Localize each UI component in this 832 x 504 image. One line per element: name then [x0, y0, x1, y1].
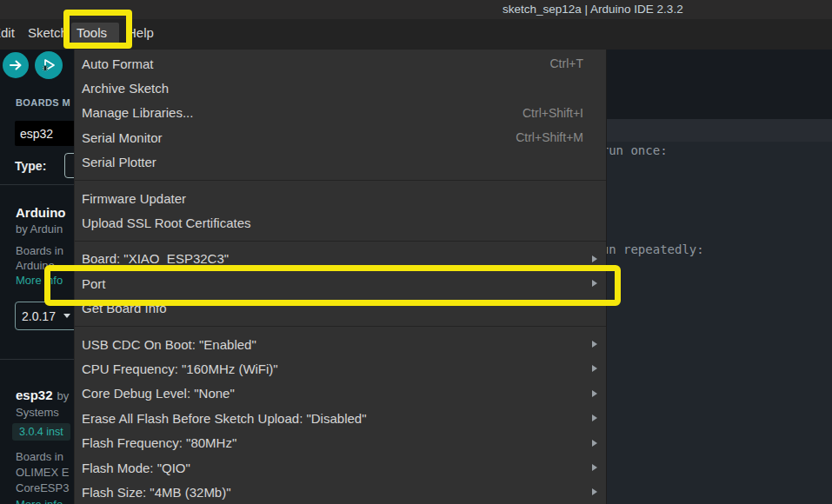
- submenu-arrow-icon: [592, 255, 597, 262]
- menu-separator: [75, 241, 606, 242]
- menu-item-flash-mode[interactable]: Flash Mode: "QIO": [75, 455, 606, 480]
- version-select-value: 2.0.17: [22, 309, 56, 323]
- menu-item-serial-monitor[interactable]: Serial Monitor Ctrl+Shift+M: [75, 125, 606, 149]
- boards-manager-header: BOARDS M: [16, 97, 70, 108]
- editor-current-line-band: [607, 119, 832, 142]
- submenu-arrow-icon: [592, 488, 597, 495]
- submenu-arrow-icon: [592, 341, 597, 348]
- package-description-line: OLIMEX E: [16, 466, 69, 479]
- arduino-ide-window: sketch_sep12a | Arduino IDE 2.3.2 Edit S…: [0, 0, 832, 504]
- menu-item-upload-ssl-certificates[interactable]: Upload SSL Root Certificates: [75, 210, 606, 235]
- annotation-box-tools: [63, 10, 132, 49]
- shortcut-label: Ctrl+T: [550, 56, 584, 70]
- type-filter-label: Type:: [15, 159, 46, 173]
- menu-separator: [75, 180, 606, 181]
- submenu-arrow-icon: [592, 365, 597, 372]
- shortcut-label: Ctrl+Shift+I: [522, 106, 583, 120]
- package-author: by Arduin: [16, 222, 63, 235]
- menu-item-auto-format[interactable]: Auto Format Ctrl+T: [75, 51, 606, 76]
- menubar-item-edit[interactable]: Edit: [0, 25, 15, 40]
- menu-item-archive-sketch[interactable]: Archive Sketch: [75, 76, 606, 100]
- submenu-arrow-icon: [592, 390, 597, 397]
- menu-item-flash-frequency[interactable]: Flash Frequency: "80MHz": [75, 430, 606, 454]
- menu-item-erase-all-flash[interactable]: Erase All Flash Before Sketch Upload: "D…: [75, 406, 606, 430]
- package-title: esp32by: [16, 388, 69, 402]
- menu-separator: [75, 326, 606, 327]
- upload-button[interactable]: [3, 52, 29, 78]
- menu-item-core-debug-level[interactable]: Core Debug Level: "None": [75, 381, 606, 406]
- package-author-line: Systems: [16, 406, 59, 419]
- package-description-line: Boards in: [16, 450, 63, 463]
- window-title: sketch_sep12a | Arduino IDE 2.3.2: [503, 3, 683, 16]
- submenu-arrow-icon: [592, 414, 597, 421]
- editor-toolbar-strip: [607, 50, 832, 119]
- package-title: Arduino: [16, 205, 66, 220]
- shortcut-label: Ctrl+Shift+M: [516, 130, 583, 144]
- debug-icon: [39, 56, 58, 75]
- code-editor-region[interactable]: [607, 50, 832, 504]
- package-author: by: [57, 389, 70, 402]
- menu-item-usb-cdc-on-boot[interactable]: USB CDC On Boot: "Enabled": [75, 332, 606, 356]
- package-description-line: Boards in: [16, 244, 63, 257]
- debug-button[interactable]: [35, 51, 63, 79]
- package-description-line: CoreESP3: [16, 481, 69, 494]
- annotation-box-port: [44, 265, 621, 306]
- submenu-arrow-icon: [592, 464, 597, 471]
- right-arrow-icon: [7, 56, 24, 74]
- menu-item-flash-size[interactable]: Flash Size: "4MB (32Mb)": [75, 480, 606, 504]
- chevron-down-icon: [63, 314, 70, 318]
- submenu-arrow-icon: [592, 440, 597, 447]
- menu-item-cpu-frequency[interactable]: CPU Frequency: "160MHz (WiFi)": [75, 356, 606, 381]
- menu-item-firmware-updater[interactable]: Firmware Updater: [75, 186, 606, 210]
- more-info-link[interactable]: More info: [16, 498, 63, 504]
- menu-item-manage-libraries[interactable]: Manage Libraries... Ctrl+Shift+I: [75, 101, 606, 125]
- menubar-item-sketch[interactable]: Sketch: [28, 25, 68, 40]
- menu-item-serial-plotter[interactable]: Serial Plotter: [75, 150, 606, 175]
- installed-version-badge: 3.0.4 inst: [12, 423, 70, 441]
